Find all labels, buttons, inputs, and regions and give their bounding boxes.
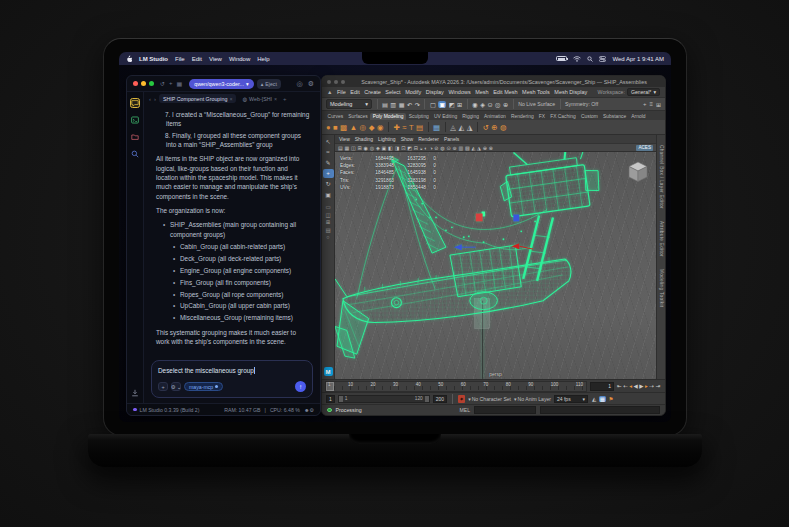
downloads-icon[interactable]	[130, 388, 140, 398]
right-dock-tab[interactable]: Attribute Editor	[659, 221, 664, 257]
layout-icon[interactable]: ▤	[325, 227, 330, 233]
shelf-tab[interactable]: UV Editing	[431, 113, 459, 120]
shelf-tab[interactable]: Rendering	[508, 113, 536, 120]
maya-menu-item[interactable]: Display	[426, 89, 444, 95]
panel-menu-item[interactable]: Renderer	[418, 136, 439, 142]
animation-end-field[interactable]: 200	[433, 395, 447, 403]
shelf-tab[interactable]: FX Caching	[548, 113, 579, 120]
minimize-window-button[interactable]	[141, 81, 146, 86]
playback-button[interactable]: ◂	[629, 383, 632, 389]
file-op-icon[interactable]: ↷	[415, 101, 420, 108]
chat-composer[interactable]: Deselect the miscellaneous group + ⚙⌄ ma…	[151, 360, 313, 398]
file-op-icon[interactable]: ▦	[399, 101, 405, 108]
maya-menu-item[interactable]: File	[337, 89, 346, 95]
shelf-tab[interactable]: Sculpting	[406, 113, 431, 120]
poly-primitive-icon[interactable]: ◎	[360, 123, 367, 132]
lm-header-icon[interactable]: ▦	[177, 80, 183, 87]
poly-primitive-icon[interactable]: ●	[326, 123, 331, 132]
loaded-model-pill[interactable]: qwen/qwen3-coder... ▾	[189, 79, 253, 89]
close-window-button[interactable]	[133, 81, 138, 86]
panel-toolbar-icon[interactable]: ◎	[370, 145, 374, 151]
panel-toolbar-icon[interactable]: ⊗	[489, 145, 493, 151]
sidebar-developer-icon[interactable]	[130, 115, 140, 125]
panel-toolbar-icon[interactable]: ◑	[429, 145, 432, 151]
rigging-icon[interactable]: ◮	[467, 123, 473, 132]
attach-file-button[interactable]: +	[158, 382, 168, 391]
shelf-tab[interactable]: Animation	[482, 113, 509, 120]
maya-menu-item[interactable]: Mesh Display	[554, 89, 587, 95]
tool-icon[interactable]: ↻	[323, 179, 334, 189]
panel-toolbar-icon[interactable]: ◮	[477, 145, 481, 151]
shelf-tab[interactable]: Custom	[578, 113, 600, 120]
panel-toolbar-icon[interactable]: ◐	[425, 145, 428, 151]
layout-icon[interactable]: ▭	[325, 204, 330, 210]
shelf-tab[interactable]: Curves	[325, 113, 346, 120]
sidebar-chat-icon[interactable]	[130, 98, 140, 108]
range-bar-icon[interactable]: ◭	[592, 396, 596, 402]
panel-toolbar-icon[interactable]: ⊙	[446, 145, 450, 151]
panel-toolbar-icon[interactable]: ◒	[420, 145, 423, 151]
panel-menu-item[interactable]: Panels	[444, 136, 459, 142]
lm-header-icon[interactable]: ↺	[160, 80, 165, 87]
current-time-field[interactable]: 1	[590, 382, 614, 391]
selection-mode-icon[interactable]: ◩	[449, 101, 455, 108]
sidebar-discover-icon[interactable]	[130, 149, 140, 159]
maya-menu-item[interactable]: Modify	[405, 89, 421, 95]
rigging-icon[interactable]: ◬	[450, 123, 456, 132]
maya-menu-item[interactable]: Create	[364, 89, 381, 95]
tab-web[interactable]: ◍ Web-[SHI ×	[239, 94, 280, 103]
panel-toolbar-icon[interactable]: ⊡	[401, 145, 405, 151]
symmetry-dropdown[interactable]: Symmetry: Off	[565, 101, 598, 107]
view-cube[interactable]	[626, 160, 650, 184]
shelf-tab[interactable]: Arnold	[629, 113, 648, 120]
range-bar-icon[interactable]: ⚑	[608, 396, 613, 402]
menu-file[interactable]: File	[175, 56, 185, 62]
workspace-dropdown[interactable]: General* ▾	[627, 88, 660, 96]
aces-color-badge[interactable]: ACES	[636, 145, 653, 151]
zoom-window-button[interactable]	[149, 81, 154, 86]
panel-menu-item[interactable]: Lighting	[378, 136, 396, 142]
tool-icon[interactable]: ▣	[323, 190, 334, 200]
file-op-icon[interactable]: ▤	[382, 101, 388, 108]
panel-menu-item[interactable]: View	[339, 136, 350, 142]
menu-view[interactable]: View	[209, 56, 222, 62]
shelf-tab[interactable]: Substance	[600, 113, 628, 120]
lm-settings-icon[interactable]: ◎	[297, 80, 303, 88]
panel-menu-item[interactable]: Shading	[355, 136, 373, 142]
playback-button[interactable]: ▶	[639, 383, 643, 389]
poly-primitive-icon[interactable]: ◆	[369, 123, 375, 132]
shelf-tab[interactable]: Poly Modeling	[370, 113, 406, 120]
tools-dropdown-button[interactable]: ⚙⌄	[171, 382, 181, 391]
panel-toolbar-icon[interactable]: ◍	[440, 145, 444, 151]
range-bar-icon[interactable]: ▦	[599, 396, 606, 402]
snap-icon[interactable]: ◎	[495, 101, 500, 108]
viewport-3d[interactable]: Verts:168449516372950 Edges:338394832830…	[335, 152, 656, 379]
maya-menu-item[interactable]: Mesh	[475, 89, 488, 95]
panel-toolbar-icon[interactable]: ▥	[458, 145, 463, 151]
panel-toolbar-icon[interactable]: ◧	[388, 145, 393, 151]
shelf-tab[interactable]: Surfaces	[346, 113, 371, 120]
playback-button[interactable]: ⇥	[655, 383, 660, 389]
lm-settings-icon[interactable]: ⚙	[308, 80, 314, 88]
chat-transcript[interactable]: 7. I created a “Miscellaneous_Group” for…	[144, 105, 320, 354]
maya-menu-item[interactable]: Select	[385, 89, 400, 95]
composer-input[interactable]: Deselect the miscellaneous group	[158, 367, 254, 374]
toolbar-right-icon[interactable]: ≡	[649, 101, 653, 108]
right-dock-tab[interactable]: Channel Box / Layer Editor	[659, 145, 664, 209]
maya-app-icon[interactable]: ▲	[327, 89, 332, 95]
eject-model-button[interactable]: ▴ Eject	[257, 79, 281, 89]
timeline-ruler[interactable]: 1102030405060708090100110	[325, 381, 587, 392]
panel-toolbar-icon[interactable]: ▣	[382, 145, 387, 151]
shelf-tab[interactable]: FX	[536, 113, 547, 120]
tool-icon[interactable]: ✎	[323, 158, 334, 168]
playback-button[interactable]: ⇤	[617, 383, 622, 389]
tool-icon[interactable]: ↖	[323, 137, 334, 147]
menu-help[interactable]: Help	[257, 56, 269, 62]
mel-command-input[interactable]	[474, 406, 536, 414]
tool-icon[interactable]: +	[323, 169, 334, 179]
panel-toolbar-icon[interactable]: ▨	[465, 145, 470, 151]
panel-toolbar-icon[interactable]: ◨	[395, 145, 400, 151]
maya-mcp-plugin-pill[interactable]: maya-mcp	[184, 382, 223, 391]
maya-menu-item[interactable]: Edit Mesh	[493, 89, 517, 95]
range-slider[interactable]: 1 120	[338, 395, 430, 403]
